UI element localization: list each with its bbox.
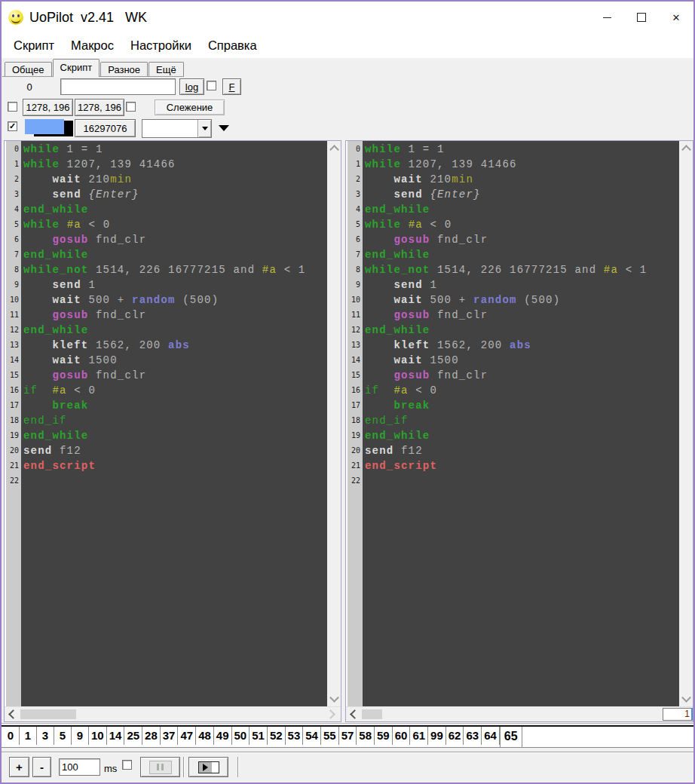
- code-line[interactable]: gosub fnd_clr: [365, 308, 679, 323]
- script-tab-1[interactable]: 1: [20, 727, 37, 745]
- line-indicator-field[interactable]: 1: [663, 708, 693, 721]
- script-tab-59[interactable]: 59: [375, 727, 393, 745]
- code-line[interactable]: end_while: [23, 323, 327, 338]
- code-line[interactable]: end_while: [365, 428, 679, 443]
- script-tab-50[interactable]: 50: [232, 727, 250, 745]
- coord2-button[interactable]: 1278, 196: [75, 99, 124, 116]
- script-tab-9[interactable]: 9: [72, 727, 89, 745]
- close-button[interactable]: ✕: [659, 2, 693, 33]
- color-swatch[interactable]: [25, 118, 73, 138]
- coord1-checkbox[interactable]: [8, 102, 17, 112]
- code-line[interactable]: end_while: [23, 202, 327, 217]
- script-tab-10[interactable]: 10: [89, 727, 107, 745]
- script-name-input[interactable]: [61, 79, 175, 94]
- script-tab-3[interactable]: 3: [37, 727, 54, 745]
- script-tab-5[interactable]: 5: [54, 727, 72, 745]
- log-button[interactable]: log: [179, 78, 204, 95]
- tab-Скрипт[interactable]: Скрипт: [53, 59, 100, 77]
- script-tab-49[interactable]: 49: [214, 727, 232, 745]
- code-line[interactable]: end_while: [365, 202, 679, 217]
- script-tab-61[interactable]: 61: [410, 727, 428, 745]
- code-line[interactable]: send {Enter}: [23, 187, 327, 202]
- code-line[interactable]: while 1 = 1: [365, 142, 679, 157]
- menu-item-Справка[interactable]: Справка: [202, 36, 263, 55]
- code-line[interactable]: break: [365, 398, 679, 413]
- minimize-button[interactable]: [589, 2, 624, 33]
- code-line[interactable]: end_while: [23, 428, 327, 443]
- code-line[interactable]: wait 210min: [23, 172, 327, 187]
- code-line[interactable]: gosub fnd_clr: [23, 308, 327, 323]
- script-tab-14[interactable]: 14: [107, 727, 125, 745]
- tracking-button[interactable]: Слежение: [155, 100, 225, 115]
- script-tab-65[interactable]: 65: [500, 727, 522, 747]
- interval-input[interactable]: [60, 759, 100, 775]
- script-tab-57[interactable]: 57: [339, 727, 357, 745]
- code-line[interactable]: if #a < 0: [23, 383, 327, 398]
- code-line[interactable]: wait 500 + random (500): [365, 292, 679, 308]
- script-tab-60[interactable]: 60: [393, 727, 411, 745]
- code-area[interactable]: while 1 = 1while 1207, 139 41466 wait 21…: [363, 141, 679, 706]
- code-line[interactable]: [23, 473, 327, 488]
- script-tab-48[interactable]: 48: [196, 727, 214, 745]
- code-line[interactable]: end_script: [23, 458, 327, 473]
- code-line[interactable]: end_if: [365, 413, 679, 428]
- code-line[interactable]: gosub fnd_clr: [365, 232, 679, 247]
- script-tab-25[interactable]: 25: [124, 727, 142, 745]
- scrollbar-thumb[interactable]: [362, 709, 382, 719]
- menu-item-Настройки[interactable]: Настройки: [124, 36, 197, 55]
- speed-plus-button[interactable]: +: [9, 757, 29, 777]
- script-tab-28[interactable]: 28: [142, 727, 161, 745]
- tab-Разное[interactable]: Разное: [100, 62, 148, 77]
- code-line[interactable]: wait 1500: [23, 353, 327, 368]
- color-checkbox[interactable]: ✓: [8, 121, 17, 131]
- code-line[interactable]: end_while: [23, 247, 327, 262]
- scrollbar-thumb[interactable]: [20, 709, 76, 719]
- code-line[interactable]: while 1 = 1: [23, 142, 327, 157]
- script-tab-55[interactable]: 55: [321, 727, 339, 745]
- scroll-left-icon[interactable]: [350, 709, 360, 719]
- code-line[interactable]: kleft 1562, 200 abs: [23, 338, 327, 353]
- horizontal-scrollbar[interactable]: 1: [346, 706, 693, 721]
- interval-field[interactable]: [59, 758, 100, 776]
- tab-Ещё[interactable]: Ещё: [148, 62, 184, 77]
- code-line[interactable]: while_not 1514, 226 16777215 and #a < 1: [365, 262, 679, 277]
- code-line[interactable]: kleft 1562, 200 abs: [365, 338, 679, 353]
- code-line[interactable]: end_while: [365, 323, 679, 338]
- code-line[interactable]: wait 500 + random (500): [23, 292, 327, 308]
- extra-dropdown-button[interactable]: [219, 125, 229, 131]
- script-tab-99[interactable]: 99: [428, 727, 446, 745]
- script-tab-62[interactable]: 62: [446, 727, 464, 745]
- color-combobox[interactable]: [142, 119, 212, 138]
- log-checkbox[interactable]: [207, 81, 216, 90]
- code-line[interactable]: while_not 1514, 226 16777215 and #a < 1: [23, 262, 327, 277]
- vertical-scrollbar[interactable]: [679, 141, 693, 706]
- script-tab-0[interactable]: 0: [2, 727, 20, 745]
- code-line[interactable]: gosub fnd_clr: [23, 232, 327, 247]
- code-line[interactable]: while #a < 0: [365, 217, 679, 232]
- code-line[interactable]: break: [23, 398, 327, 413]
- script-tab-37[interactable]: 37: [161, 727, 179, 745]
- code-line[interactable]: wait 1500: [365, 353, 679, 368]
- code-line[interactable]: wait 210min: [365, 172, 679, 187]
- combo-dropdown-button[interactable]: [197, 120, 211, 137]
- code-line[interactable]: send 1: [365, 277, 679, 292]
- speed-minus-button[interactable]: -: [32, 757, 51, 777]
- play-button[interactable]: [188, 757, 228, 777]
- scroll-down-icon[interactable]: [681, 693, 691, 703]
- color-value-button[interactable]: 16297076: [75, 119, 136, 137]
- code-line[interactable]: send {Enter}: [365, 187, 679, 202]
- script-tab-58[interactable]: 58: [357, 727, 375, 745]
- maximize-button[interactable]: [624, 2, 659, 33]
- code-line[interactable]: send f12: [23, 443, 327, 458]
- scroll-down-icon[interactable]: [329, 693, 339, 703]
- code-area[interactable]: while 1 = 1while 1207, 139 41466 wait 21…: [21, 141, 327, 706]
- code-line[interactable]: end_script: [365, 458, 679, 473]
- code-line[interactable]: send f12: [365, 443, 679, 458]
- code-line[interactable]: [365, 473, 679, 488]
- scroll-left-icon[interactable]: [8, 709, 18, 719]
- menu-item-Скрипт[interactable]: Скрипт: [8, 36, 60, 55]
- code-line[interactable]: if #a < 0: [365, 383, 679, 398]
- script-tab-52[interactable]: 52: [268, 727, 286, 745]
- scroll-up-icon[interactable]: [681, 145, 691, 155]
- script-tab-54[interactable]: 54: [303, 727, 321, 745]
